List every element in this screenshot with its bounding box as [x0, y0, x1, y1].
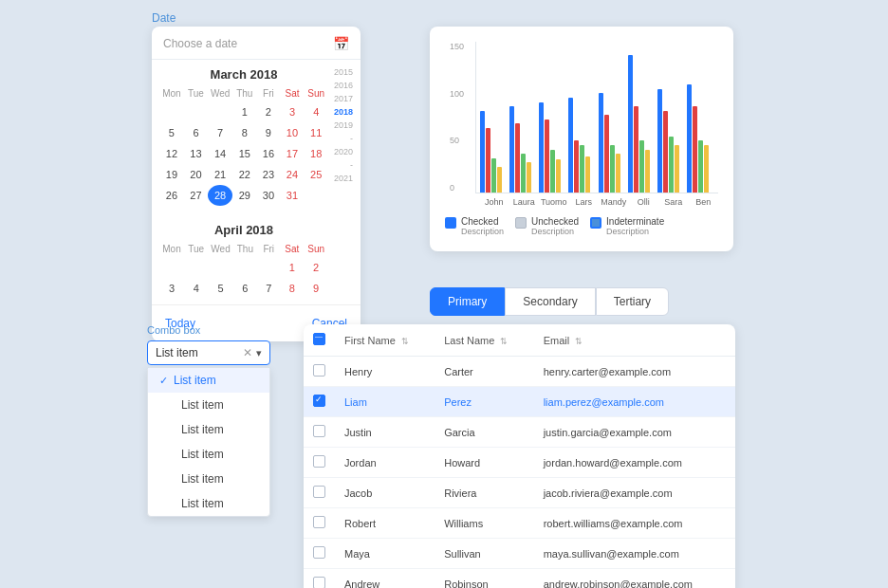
year-label[interactable]: 2015 — [334, 67, 353, 77]
cal-day[interactable]: 25 — [305, 164, 328, 185]
x-label: Mandy — [599, 197, 629, 207]
cal-day[interactable]: 30 — [256, 185, 280, 206]
cal-day[interactable]: 13 — [184, 143, 208, 164]
cal-day[interactable]: 7 — [257, 278, 280, 299]
row-cell-last: Sullivan — [435, 539, 533, 569]
cal-day[interactable]: 5 — [159, 122, 184, 143]
tertiary-button[interactable]: Tertiary — [596, 287, 669, 316]
combo-item[interactable]: List item — [148, 417, 269, 442]
legend-checked-label: Checked — [461, 216, 504, 227]
cal-day[interactable] — [208, 101, 232, 122]
date-input-row[interactable]: Choose a date 📅 — [152, 27, 361, 60]
cal-day[interactable] — [159, 101, 184, 122]
cal-day[interactable] — [233, 257, 257, 278]
combo-item[interactable]: List item — [148, 442, 269, 467]
table-row[interactable]: RobertWilliamsrobert.williams@example.co… — [304, 508, 735, 539]
cal-day[interactable] — [208, 257, 232, 278]
cal-day[interactable]: 7 — [208, 122, 232, 143]
cal-day[interactable] — [184, 257, 208, 278]
row-checkbox[interactable] — [313, 395, 325, 407]
row-cell-first: Henry — [335, 357, 435, 387]
combo-clear-icon[interactable]: ✕ — [243, 346, 252, 359]
cal-day[interactable]: 10 — [280, 122, 304, 143]
table-row[interactable]: HenryCarterhenry.carter@example.com — [304, 357, 735, 387]
cal-weekday: Sun — [305, 85, 328, 101]
header-email[interactable]: Email ⇅ — [534, 324, 735, 357]
row-checkbox[interactable] — [313, 364, 325, 377]
primary-button[interactable]: Primary — [430, 287, 505, 316]
header-last-name[interactable]: Last Name ⇅ — [435, 324, 533, 357]
row-cell-email: jacob.riviera@example.com — [534, 478, 735, 508]
row-checkbox[interactable] — [313, 486, 325, 498]
table-row[interactable]: MayaSullivanmaya.sullivan@example.com — [304, 539, 735, 569]
cal-day[interactable]: 24 — [280, 164, 304, 185]
table-row[interactable]: JordanHowardjordan.howard@example.com — [304, 448, 735, 478]
cal-day[interactable]: 4 — [305, 101, 328, 122]
cal-day[interactable]: 31 — [280, 185, 304, 206]
cal-day[interactable]: 12 — [159, 143, 184, 164]
cal-day[interactable]: 18 — [305, 143, 328, 164]
cal-day[interactable] — [305, 185, 328, 206]
year-label[interactable]: 2020 — [334, 147, 353, 156]
combo-input[interactable]: List item ✕ ▾ — [147, 340, 270, 365]
cal-day[interactable]: 2 — [304, 257, 328, 278]
row-checkbox[interactable] — [313, 577, 325, 588]
cal-day[interactable]: 14 — [208, 143, 232, 164]
table-row[interactable]: AndrewRobinsonandrew.robinson@example.co… — [304, 569, 735, 589]
cal-day[interactable]: 29 — [232, 185, 256, 206]
combo-item[interactable]: ✓List item — [148, 368, 269, 393]
cal-day[interactable]: 11 — [305, 122, 328, 143]
cal-day[interactable]: 15 — [232, 143, 256, 164]
row-cell-last: Perez — [435, 387, 533, 417]
cal-day[interactable]: 9 — [304, 278, 328, 299]
cal-day[interactable]: 3 — [280, 101, 304, 122]
cal-day[interactable]: 26 — [159, 185, 184, 206]
table-row[interactable]: JustinGarciajustin.garcia@example.com — [304, 417, 735, 448]
cal-weekday: Sat — [280, 241, 304, 257]
year-label[interactable]: 2016 — [334, 81, 353, 90]
cal-day[interactable]: 8 — [280, 278, 304, 299]
row-checkbox[interactable] — [313, 455, 325, 468]
combo-arrow-icon[interactable]: ▾ — [256, 347, 262, 359]
cal-day[interactable]: 19 — [159, 164, 184, 185]
cal-day[interactable]: 6 — [184, 122, 208, 143]
cal-day[interactable]: 27 — [184, 185, 208, 206]
combo-check-icon: ✓ — [159, 375, 168, 387]
year-label[interactable]: 2018 — [334, 107, 353, 117]
cal-day[interactable]: 3 — [159, 278, 184, 299]
cal-day[interactable]: 8 — [232, 122, 256, 143]
row-cell-last: Robinson — [435, 569, 533, 589]
cal-day[interactable]: 28 — [208, 185, 232, 206]
cal-day[interactable]: 6 — [233, 278, 257, 299]
year-label[interactable]: 2019 — [334, 120, 353, 130]
cal-day[interactable]: 4 — [184, 278, 208, 299]
cal-day[interactable]: 16 — [256, 143, 280, 164]
row-checkbox[interactable] — [313, 546, 325, 559]
cal-day[interactable]: 1 — [232, 101, 256, 122]
combo-item[interactable]: List item — [148, 491, 269, 516]
cal-day[interactable] — [257, 257, 280, 278]
cal-day[interactable]: 2 — [256, 101, 280, 122]
cal-day[interactable]: 23 — [256, 164, 280, 185]
cal-day[interactable] — [184, 101, 208, 122]
cal-day[interactable]: 9 — [256, 122, 280, 143]
cal-day[interactable]: 1 — [280, 257, 304, 278]
header-checkbox[interactable] — [313, 333, 325, 345]
row-cell-email: andrew.robinson@example.com — [534, 569, 735, 589]
row-checkbox[interactable] — [313, 425, 325, 437]
cal-day[interactable]: 17 — [280, 143, 304, 164]
combo-item[interactable]: List item — [148, 393, 269, 417]
cal-day[interactable] — [159, 257, 184, 278]
cal-day[interactable]: 22 — [232, 164, 256, 185]
year-label[interactable]: 2017 — [334, 94, 353, 103]
cal-day[interactable]: 20 — [184, 164, 208, 185]
cal-day[interactable]: 5 — [208, 278, 232, 299]
row-checkbox[interactable] — [313, 516, 325, 528]
secondary-button[interactable]: Secondary — [505, 287, 595, 316]
year-label[interactable]: 2021 — [334, 174, 353, 183]
table-row[interactable]: LiamPerezliam.perez@example.com — [304, 387, 735, 417]
combo-item[interactable]: List item — [148, 467, 269, 491]
cal-day[interactable]: 21 — [208, 164, 232, 185]
header-first-name[interactable]: First Name ⇅ — [335, 324, 435, 357]
table-row[interactable]: JacobRivierajacob.riviera@example.com — [304, 478, 735, 508]
